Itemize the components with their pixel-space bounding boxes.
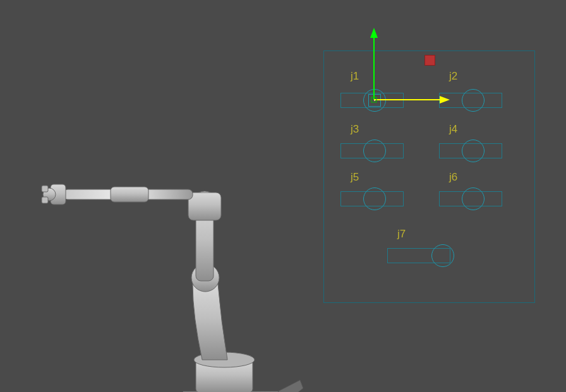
joint-selection-dot	[374, 100, 375, 101]
joint-handle-j5[interactable]	[363, 187, 386, 210]
svg-rect-11	[42, 197, 48, 203]
panel-marker	[424, 55, 435, 66]
svg-rect-3	[196, 205, 214, 281]
joint-handle-j4[interactable]	[462, 140, 485, 162]
joint-label-j7: j7	[397, 228, 406, 241]
svg-point-1	[194, 352, 255, 367]
joint-handle-j2[interactable]	[462, 89, 485, 112]
svg-rect-0	[196, 360, 253, 392]
svg-rect-10	[42, 186, 48, 192]
svg-rect-6	[63, 189, 193, 199]
svg-rect-7	[111, 187, 148, 202]
joint-label-j5: j5	[351, 171, 359, 184]
joint-handle-j3[interactable]	[363, 140, 386, 162]
svg-marker-13	[370, 28, 378, 38]
svg-rect-5	[188, 193, 221, 220]
robot-arm-model	[38, 170, 291, 392]
joint-label-j4: j4	[449, 123, 457, 136]
svg-rect-8	[51, 184, 66, 205]
svg-point-4	[191, 191, 219, 219]
svg-point-9	[43, 188, 56, 201]
joint-label-j1: j1	[351, 70, 359, 83]
joint-label-j2: j2	[449, 70, 457, 83]
joint-label-j6: j6	[449, 171, 457, 184]
joint-handle-j6[interactable]	[462, 187, 485, 210]
joint-control-panel: j1 j2 j3 j4 j5 j6 j7	[323, 50, 535, 303]
joint-handle-j7[interactable]	[431, 244, 454, 267]
joint-label-j3: j3	[351, 123, 359, 136]
svg-point-2	[191, 264, 219, 292]
